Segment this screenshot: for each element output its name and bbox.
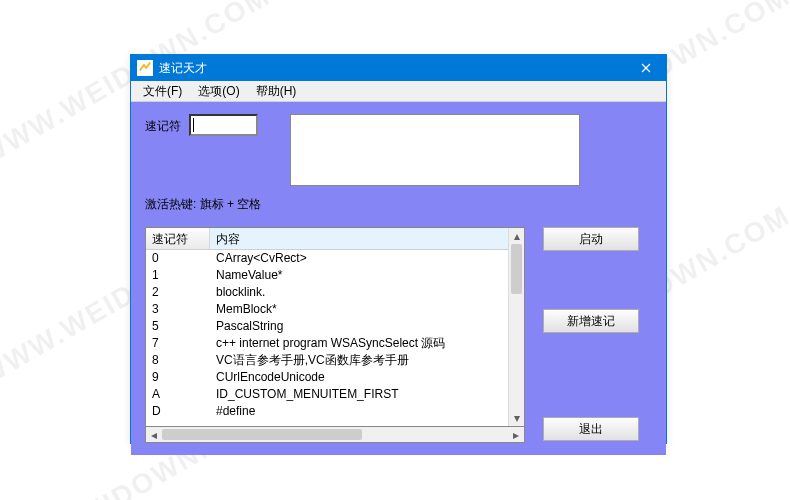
table-row[interactable]: 3MemBlock* [146,301,508,318]
start-button[interactable]: 启动 [543,227,639,251]
row-shortcode: 9 [146,369,210,386]
table-row[interactable]: 1NameValue* [146,267,508,284]
row-content: CUrlEncodeUnicode [210,369,508,386]
app-window: 速记天才 文件(F) 选项(O) 帮助(H) 速记符 激活热键: 旗标 + 空格 [130,54,667,444]
list-header-shortcode[interactable]: 速记符 [146,228,210,249]
row-shortcode: 3 [146,301,210,318]
menu-options[interactable]: 选项(O) [190,81,247,101]
vertical-scrollbar[interactable]: ▴ ▾ [508,228,524,426]
table-row[interactable]: 9CUrlEncodeUnicode [146,369,508,386]
add-shortcut-button[interactable]: 新增速记 [543,309,639,333]
shortcode-label: 速记符 [145,114,181,135]
row-shortcode: 8 [146,352,210,369]
shortcut-list[interactable]: 速记符 内容 0CArray<CvRect>1NameValue*2blockl… [145,227,525,427]
table-row[interactable]: 2blocklink. [146,284,508,301]
menu-file[interactable]: 文件(F) [135,81,190,101]
shortcode-input-wrap[interactable] [189,114,258,136]
row-content: VC语言参考手册,VC函数库参考手册 [210,352,508,369]
scroll-track-h[interactable] [162,427,508,442]
scroll-thumb[interactable] [511,244,522,294]
horizontal-scrollbar[interactable]: ◂ ▸ [145,427,525,443]
client-area: 速记符 激活热键: 旗标 + 空格 速记符 内容 0CArray<CvRect>… [131,102,666,455]
row-content: c++ internet program WSASyncSelect 源码 [210,335,508,352]
table-row[interactable]: 8VC语言参考手册,VC函数库参考手册 [146,352,508,369]
list-header-content[interactable]: 内容 [210,228,508,249]
hotkey-label: 激活热键: 旗标 + 空格 [145,196,652,213]
shortcode-input[interactable] [194,117,254,133]
window-title: 速记天才 [159,60,626,77]
table-row[interactable]: 5PascalString [146,318,508,335]
row-content: #define [210,403,508,420]
scroll-down-icon[interactable]: ▾ [509,410,524,426]
scroll-right-icon[interactable]: ▸ [508,427,524,443]
scroll-track[interactable] [509,244,524,410]
table-row[interactable]: D#define [146,403,508,420]
row-shortcode: 7 [146,335,210,352]
menu-help[interactable]: 帮助(H) [248,81,305,101]
row-shortcode: A [146,386,210,403]
scroll-up-icon[interactable]: ▴ [509,228,524,244]
row-content: NameValue* [210,267,508,284]
row-shortcode: 0 [146,250,210,267]
list-header[interactable]: 速记符 内容 [146,228,508,250]
row-shortcode: 1 [146,267,210,284]
exit-button[interactable]: 退出 [543,417,639,441]
close-button[interactable] [626,55,666,81]
scroll-thumb-h[interactable] [162,429,362,440]
menubar: 文件(F) 选项(O) 帮助(H) [131,81,666,102]
row-shortcode: D [146,403,210,420]
row-content: MemBlock* [210,301,508,318]
app-icon [137,60,153,76]
table-row[interactable]: 0CArray<CvRect> [146,250,508,267]
row-content: blocklink. [210,284,508,301]
content-textarea[interactable] [290,114,580,186]
row-shortcode: 2 [146,284,210,301]
row-content: ID_CUSTOM_MENUITEM_FIRST [210,386,508,403]
row-shortcode: 5 [146,318,210,335]
table-row[interactable]: AID_CUSTOM_MENUITEM_FIRST [146,386,508,403]
table-row[interactable]: 7c++ internet program WSASyncSelect 源码 [146,335,508,352]
titlebar[interactable]: 速记天才 [131,55,666,81]
row-content: PascalString [210,318,508,335]
scroll-left-icon[interactable]: ◂ [146,427,162,443]
row-content: CArray<CvRect> [210,250,508,267]
